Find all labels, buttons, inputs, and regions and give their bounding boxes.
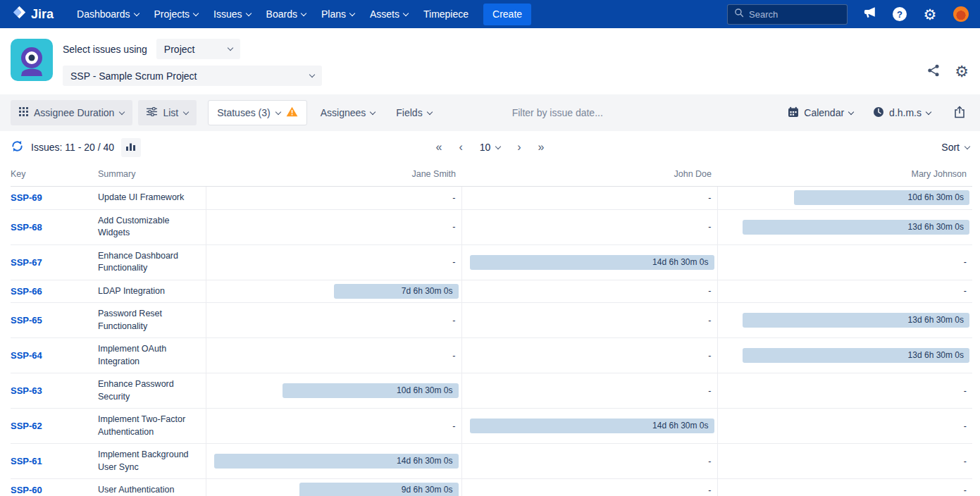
duration-cell: - (461, 209, 717, 244)
issue-key-link[interactable]: SSP-66 (11, 286, 42, 297)
page: Jira Dashboards Projects Issues Boards P… (0, 0, 980, 496)
chevron-down-icon (495, 143, 501, 149)
duration-cell: - (206, 244, 461, 280)
warning-icon (286, 106, 298, 119)
sort-label: Sort (941, 142, 960, 153)
pagination-first-button[interactable]: « (435, 142, 442, 153)
nav-item-plans[interactable]: Plans (314, 0, 362, 28)
grid-icon (19, 107, 28, 118)
duration-cell: - (206, 409, 461, 444)
issue-date-filter-input[interactable] (512, 107, 646, 118)
duration-format-select[interactable]: d.h.m.s (865, 100, 938, 125)
nav-item-label: Projects (154, 8, 190, 20)
table-row: SSP-67Enhance Dashboard Functionality-14… (11, 244, 972, 280)
table-row: SSP-64Implement OAuth Integration--13d 6… (11, 338, 972, 373)
duration-cell: - (206, 303, 461, 338)
view-mode-button[interactable]: List (138, 100, 197, 125)
nav-item-boards[interactable]: Boards (259, 0, 314, 28)
help-icon: ? (893, 7, 907, 21)
settings-button[interactable]: ⚙ (922, 6, 938, 23)
project-select-value: SSP - Sample Scrum Project (70, 70, 197, 82)
statuses-filter-button[interactable]: Statuses (3) (208, 100, 306, 125)
duration-bar: 13d 6h 30m 0s (743, 313, 969, 328)
nav-item-projects[interactable]: Projects (147, 0, 206, 28)
report-settings-icon[interactable]: ⚙ (955, 64, 969, 80)
chevron-down-icon (370, 108, 376, 114)
duration-cell: - (206, 338, 461, 373)
issue-key-link[interactable]: SSP-64 (11, 350, 42, 361)
issue-summary: Add Customizable Widgets (98, 209, 206, 244)
user-avatar[interactable] (952, 5, 970, 23)
refresh-icon[interactable] (11, 140, 24, 156)
nav-search[interactable] (727, 4, 848, 25)
nav-item-issues[interactable]: Issues (206, 0, 258, 28)
bar-chart-icon (125, 142, 137, 154)
issue-key-link[interactable]: SSP-60 (11, 485, 42, 495)
duration-cell: - (461, 479, 717, 496)
list-bar: Issues: 11 - 20 / 40 « ‹ 10 › » (0, 131, 980, 163)
pagination-prev-button[interactable]: ‹ (459, 142, 462, 153)
calendar-select[interactable]: Calendar (780, 100, 861, 125)
calendar-label: Calendar (804, 107, 844, 118)
duration-cell: - (717, 479, 972, 496)
create-button[interactable]: Create (483, 4, 531, 25)
duration-bar: 10d 6h 30m 0s (283, 383, 459, 398)
pagination-next-button[interactable]: › (517, 142, 521, 153)
table-row: SSP-63Enhance Password Security10d 6h 30… (11, 373, 972, 409)
jira-logo[interactable]: Jira (8, 6, 61, 23)
project-select[interactable]: SSP - Sample Scrum Project (63, 66, 322, 86)
chevron-down-icon (965, 143, 970, 149)
export-button[interactable] (950, 103, 969, 123)
assignees-filter[interactable]: Assignees (313, 100, 383, 125)
issues-table: Key Summary Jane Smith John Doe Mary Joh… (11, 163, 972, 496)
issue-key-link[interactable]: SSP-67 (11, 257, 42, 268)
issue-key-link[interactable]: SSP-62 (11, 421, 42, 431)
duration-cell: 10d 6h 30m 0s (206, 373, 461, 409)
fields-filter[interactable]: Fields (388, 100, 439, 125)
sort-button[interactable]: Sort (941, 142, 969, 153)
issue-key-link[interactable]: SSP-68 (11, 222, 42, 232)
duration-cell: - (717, 280, 972, 303)
page-size-select[interactable]: 10 (480, 142, 501, 153)
view-mode-label: List (163, 107, 178, 118)
duration-bar: 13d 6h 30m 0s (743, 220, 969, 235)
chevron-down-icon (183, 108, 189, 114)
duration-cell: - (717, 409, 972, 444)
issue-source-select[interactable]: Project (156, 39, 240, 59)
gear-icon: ⚙ (924, 7, 937, 22)
search-input[interactable] (749, 9, 841, 20)
announcements-button[interactable] (861, 6, 878, 23)
issue-key-link[interactable]: SSP-65 (11, 315, 42, 326)
column-header-assignee-3: Mary Johnson (717, 163, 972, 187)
help-button[interactable]: ? (891, 6, 908, 23)
report-type-button[interactable]: Assignee Duration (11, 100, 132, 125)
pagination-last-button[interactable]: » (538, 142, 545, 153)
issue-summary: LDAP Integration (98, 280, 206, 303)
duration-cell: - (206, 209, 461, 244)
nav-item-label: Issues (213, 8, 242, 20)
fields-label: Fields (396, 107, 422, 118)
chart-view-button[interactable] (121, 138, 141, 157)
nav-item-assets[interactable]: Assets (362, 0, 416, 28)
duration-cell: - (461, 303, 717, 338)
table-row: SSP-66LDAP Integration7d 6h 30m 0s-- (11, 280, 972, 303)
duration-cell: - (206, 187, 461, 210)
issues-table-wrap: Key Summary Jane Smith John Doe Mary Joh… (0, 163, 980, 496)
duration-bar: 14d 6h 30m 0s (470, 255, 714, 270)
share-icon[interactable] (926, 63, 941, 80)
nav-item-label: Dashboards (77, 8, 130, 20)
nav-right: ? ⚙ (727, 4, 970, 25)
table-row: SSP-69Update UI Framework--10d 6h 30m 0s (11, 187, 972, 210)
search-icon (734, 8, 744, 20)
duration-cell: - (461, 338, 717, 373)
issue-key-link[interactable]: SSP-69 (11, 192, 42, 203)
nav-item-dashboards[interactable]: Dashboards (69, 0, 147, 28)
issue-key-link[interactable]: SSP-63 (11, 385, 42, 396)
nav-item-timepiece[interactable]: Timepiece (416, 0, 476, 28)
duration-bar: 10d 6h 30m 0s (794, 190, 969, 205)
issue-summary: User Authentication (98, 479, 206, 496)
duration-cell: - (461, 373, 717, 409)
issue-summary: Update UI Framework (98, 187, 206, 210)
issue-key-link[interactable]: SSP-61 (11, 456, 42, 466)
megaphone-icon (862, 5, 877, 23)
